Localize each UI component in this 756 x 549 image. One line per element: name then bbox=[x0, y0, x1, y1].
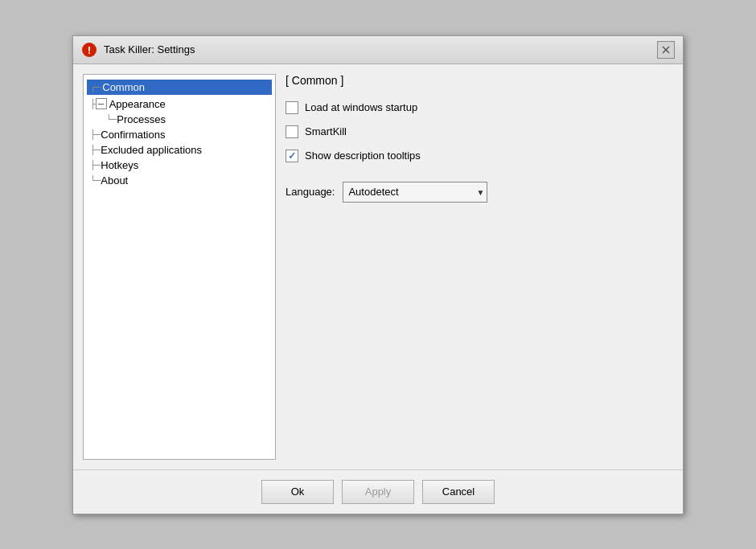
tree-panel: ┌─ Common ├ ─ Appearance └─ Processes ├─… bbox=[83, 74, 276, 460]
app-icon: ! bbox=[81, 42, 97, 58]
sidebar-item-label-processes: Processes bbox=[117, 113, 166, 125]
dialog-title: Task Killer: Settings bbox=[104, 43, 195, 55]
close-button[interactable] bbox=[657, 41, 675, 59]
close-icon bbox=[661, 45, 671, 55]
dialog-body: ┌─ Common ├ ─ Appearance └─ Processes ├─… bbox=[73, 64, 683, 469]
sidebar-item-label-about: About bbox=[101, 174, 128, 186]
option-row-load-startup: Load at windows startup bbox=[286, 101, 673, 114]
language-label: Language: bbox=[286, 186, 335, 198]
sidebar-item-about[interactable]: └─ About bbox=[87, 173, 272, 188]
sidebar-item-common[interactable]: ┌─ Common bbox=[87, 80, 272, 95]
apply-button[interactable]: Apply bbox=[342, 480, 414, 504]
title-bar: ! Task Killer: Settings bbox=[73, 36, 683, 64]
dialog-footer: Ok Apply Cancel bbox=[73, 469, 683, 514]
checkbox-smartkill[interactable] bbox=[286, 125, 298, 138]
sidebar-item-label-excluded: Excluded applications bbox=[101, 144, 202, 156]
expand-icon-appearance[interactable]: ─ bbox=[96, 98, 107, 109]
sidebar-item-label-hotkeys: Hotkeys bbox=[101, 159, 138, 171]
sidebar-item-hotkeys[interactable]: ├─ Hotkeys bbox=[87, 158, 272, 173]
language-select[interactable]: Autodetect English French German Spanish bbox=[343, 182, 487, 203]
option-label-show-tooltips: Show description tooltips bbox=[305, 150, 421, 162]
option-row-show-tooltips: ✓ Show description tooltips bbox=[286, 150, 673, 162]
sidebar-item-confirmations[interactable]: ├─ Confirmations bbox=[87, 127, 272, 142]
svg-text:!: ! bbox=[88, 44, 91, 56]
checkbox-show-tooltips[interactable]: ✓ bbox=[286, 150, 298, 162]
tree-connector-hotkeys: ├─ bbox=[90, 160, 101, 170]
option-label-load-startup: Load at windows startup bbox=[305, 101, 417, 113]
option-label-smartkill: SmartKill bbox=[305, 125, 347, 137]
checkmark-icon: ✓ bbox=[288, 151, 296, 161]
tree-connector-about: └─ bbox=[90, 175, 101, 186]
tree-connector-appearance: ├ bbox=[90, 99, 96, 109]
sidebar-item-appearance[interactable]: ├ ─ Appearance bbox=[87, 96, 272, 112]
sidebar-item-excluded[interactable]: ├─ Excluded applications bbox=[87, 142, 272, 158]
tree-connector-excluded: ├─ bbox=[90, 145, 101, 155]
settings-dialog: ! Task Killer: Settings ┌─ Common ├ ─ bbox=[72, 35, 684, 514]
tree-connector-confirmations: ├─ bbox=[90, 129, 101, 140]
sidebar-item-processes[interactable]: └─ Processes bbox=[87, 112, 272, 127]
cancel-button[interactable]: Cancel bbox=[422, 480, 495, 504]
title-bar-left: ! Task Killer: Settings bbox=[81, 42, 195, 58]
sidebar-item-label-confirmations: Confirmations bbox=[101, 129, 165, 141]
section-title: [ Common ] bbox=[286, 74, 673, 87]
checkbox-load-startup[interactable] bbox=[286, 101, 298, 114]
ok-button[interactable]: Ok bbox=[261, 480, 334, 504]
tree-connector-processes: └─ bbox=[106, 114, 117, 125]
sidebar-item-label-appearance: Appearance bbox=[109, 98, 166, 110]
tree-connector: ┌─ bbox=[90, 82, 101, 92]
content-panel: [ Common ] Load at windows startup Smart… bbox=[286, 74, 673, 460]
language-row: Language: Autodetect English French Germ… bbox=[286, 182, 673, 203]
sidebar-item-label: Common bbox=[102, 81, 145, 93]
language-select-wrapper: Autodetect English French German Spanish… bbox=[343, 182, 487, 203]
option-row-smartkill: SmartKill bbox=[286, 125, 673, 138]
